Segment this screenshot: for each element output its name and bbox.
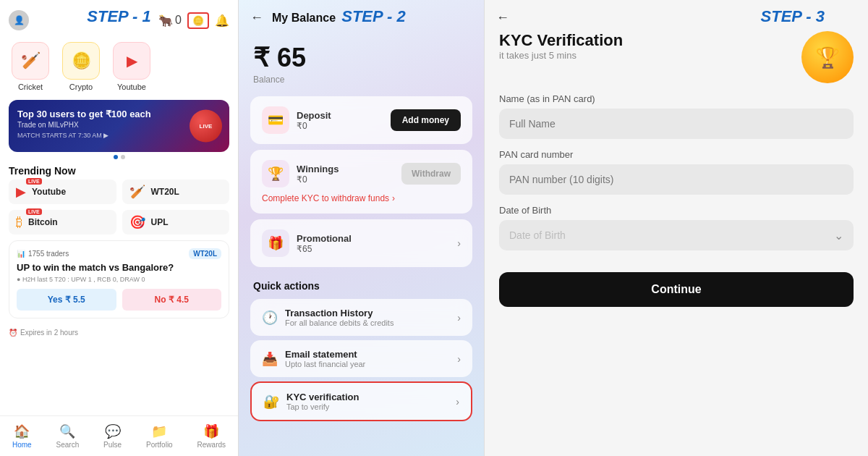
match-traders: 📊 1755 traders WT20L	[17, 248, 221, 259]
live-badge-youtube: LIVE	[26, 178, 42, 185]
kyc-link[interactable]: Complete KYC to withdraw funds ›	[262, 193, 461, 203]
match-buttons: Yes ₹ 5.5 No ₹ 4.5	[17, 289, 221, 311]
step2-label: STEP - 2	[341, 7, 405, 26]
deposit-text: Deposit ₹0	[297, 110, 331, 131]
email-title: Email statement	[285, 349, 365, 360]
full-name-input[interactable]	[499, 109, 854, 139]
transaction-history-item[interactable]: 🕐 Transaction History For all balance de…	[250, 299, 472, 336]
continue-button[interactable]: Continue	[499, 272, 854, 307]
dob-select-wrapper: Date of Birth ⌄	[499, 220, 854, 250]
promotional-amount: ₹65	[297, 244, 352, 254]
panel2-title: My Balance	[272, 12, 336, 25]
step3-label: STEP - 3	[761, 7, 825, 26]
trending-wt20l[interactable]: 🏏 WT20L	[122, 180, 230, 204]
kyc-subtitle: Tap to verify	[286, 402, 359, 411]
pan-number-input[interactable]	[499, 164, 854, 195]
trending-bitcoin[interactable]: LIVE ₿ Bitcoin	[9, 210, 116, 235]
deposit-amount: ₹0	[297, 121, 331, 131]
wt20l-trend-label: WT20L	[151, 187, 179, 197]
trending-upl[interactable]: 🎯 UPL	[122, 210, 230, 235]
banner-ball: LIVE	[190, 110, 222, 143]
upl-trend-label: UPL	[151, 217, 169, 227]
promotional-chevron: ›	[457, 237, 461, 249]
balance-label: Balance	[253, 75, 469, 85]
deposit-label: Deposit	[297, 110, 331, 121]
nav-search[interactable]: 🔍 Search	[56, 423, 80, 449]
youtube-trend-label: Youtube	[32, 187, 66, 197]
kyc-title: KYC verification	[286, 392, 359, 402]
banner-time: MATCH STARTS AT 7:30 AM ▶	[17, 132, 221, 139]
email-subtitle: Upto last financial year	[285, 360, 365, 368]
kyc-text: KYC verification Tap to verify	[286, 392, 359, 411]
category-youtube[interactable]: ▶ Youtube	[110, 42, 153, 91]
banner-title: Top 30 users to get ₹100 each	[17, 109, 221, 119]
promotional-label: Promotional	[297, 233, 352, 244]
add-money-button[interactable]: Add money	[391, 109, 461, 131]
wallet-icon-box[interactable]: 🪙	[187, 12, 209, 29]
kyc-title-row: KYC Verification it takes just 5 mins	[499, 31, 854, 83]
bell-icon[interactable]: 🔔	[215, 14, 229, 28]
back-arrow[interactable]: ←	[250, 10, 263, 25]
chevron-right-icon: ›	[392, 193, 395, 203]
email-chevron: ›	[457, 353, 461, 365]
live-badge-bitcoin: LIVE	[26, 208, 42, 215]
yes-button[interactable]: Yes ₹ 5.5	[17, 289, 116, 311]
nav-home[interactable]: 🏠 Home	[12, 423, 32, 449]
avatar[interactable]: 👤	[9, 10, 29, 30]
promotional-card: 🎁 Promotional ₹65 ›	[250, 219, 472, 267]
transaction-subtitle: For all balance debits & credits	[285, 318, 393, 327]
no-button[interactable]: No ₹ 4.5	[122, 289, 222, 311]
bitcoin-trend-icon: ₿	[16, 215, 22, 230]
match-stats: ● H2H last 5 T20 : UPW 1 , RCB 0, DRAW 0	[17, 276, 221, 283]
portfolio-icon: 📁	[151, 423, 167, 439]
panel1: STEP - 1 👤 🐂 0 🪙 🔔 🏏 Cricket 🪙 Crypto ▶ …	[0, 0, 239, 456]
panel3-back-arrow[interactable]: ←	[496, 10, 509, 25]
promotional-row: 🎁 Promotional ₹65 ›	[262, 229, 461, 257]
kyc-verification-item[interactable]: 🔐 KYC verification Tap to verify ›	[250, 381, 472, 421]
upl-trend-icon: 🎯	[129, 214, 145, 230]
withdraw-button[interactable]: Withdraw	[401, 163, 461, 185]
dob-field-label: Date of Birth	[499, 205, 854, 216]
winnings-amount: ₹0	[297, 174, 339, 185]
crypto-icon: 🪙	[62, 42, 100, 80]
kyc-main-title: KYC Verification	[499, 31, 623, 50]
kyc-left: 🔐 KYC verification Tap to verify	[263, 392, 359, 411]
category-cricket[interactable]: 🏏 Cricket	[9, 42, 52, 91]
email-statement-item[interactable]: 📥 Email statement Upto last financial ye…	[250, 340, 472, 377]
bitcoin-trend-label: Bitcoin	[28, 217, 58, 227]
expires-row: ⏰ Expires in 2 hours	[0, 324, 238, 341]
bull-icon: 🐂 0	[158, 14, 182, 28]
home-icon: 🏠	[14, 423, 30, 439]
email-icon: 📥	[262, 351, 278, 367]
trending-title: Trending Now	[0, 159, 238, 180]
youtube-icon: ▶	[113, 42, 150, 80]
match-question: UP to win the match vs Bangalore?	[17, 262, 221, 273]
balance-section: ₹ 65 Balance	[239, 31, 484, 90]
panel2: STEP - 2 ← My Balance ₹ 65 Balance 💳 Dep…	[239, 0, 485, 456]
deposit-row: 💳 Deposit ₹0 Add money	[262, 106, 461, 134]
nav-rewards[interactable]: 🎁 Rewards	[197, 423, 226, 449]
bottom-nav: 🏠 Home 🔍 Search 💬 Pulse 📁 Portfolio 🎁 Re…	[0, 415, 238, 456]
kyc-subtitle: it takes just 5 mins	[499, 50, 623, 61]
deposit-left: 💳 Deposit ₹0	[262, 106, 331, 134]
kyc-icon: 🔐	[263, 394, 279, 410]
match-card: 📊 1755 traders WT20L UP to win the match…	[9, 240, 229, 318]
wt20l-trend-icon: 🏏	[129, 184, 145, 200]
trending-youtube[interactable]: LIVE ▶ Youtube	[9, 180, 116, 204]
panel3: STEP - 3 ← KYC Verification it takes jus…	[485, 0, 868, 456]
nav-pulse[interactable]: 💬 Pulse	[103, 423, 122, 449]
youtube-label: Youtube	[117, 83, 146, 91]
balance-amount: ₹ 65	[253, 43, 469, 73]
pan-field-label: PAN card number	[499, 149, 854, 160]
transaction-left: 🕐 Transaction History For all balance de…	[262, 308, 393, 327]
categories-row: 🏏 Cricket 🪙 Crypto ▶ Youtube	[0, 36, 238, 97]
deposit-card: 💳 Deposit ₹0 Add money	[250, 96, 472, 144]
kyc-title-block: KYC Verification it takes just 5 mins	[499, 31, 623, 61]
dob-select[interactable]: Date of Birth	[499, 220, 854, 250]
nav-portfolio[interactable]: 📁 Portfolio	[146, 423, 173, 449]
promotional-text: Promotional ₹65	[297, 233, 352, 254]
category-crypto[interactable]: 🪙 Crypto	[59, 42, 103, 91]
promo-banner[interactable]: Top 30 users to get ₹100 each Trade on M…	[9, 100, 229, 152]
search-icon: 🔍	[59, 423, 75, 439]
dot-1	[114, 155, 118, 159]
